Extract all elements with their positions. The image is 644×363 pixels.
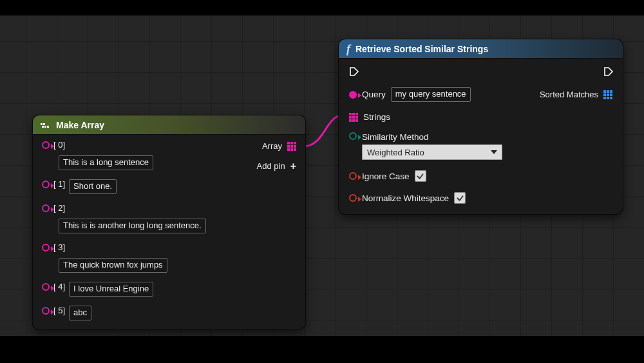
node-header-retrieve[interactable]: f Retrieve Sorted Similar Strings [339, 39, 623, 59]
similarity-label: Similarity Method [362, 132, 502, 142]
input-pin-2[interactable] [42, 204, 50, 212]
node-retrieve-sorted-similar-strings[interactable]: f Retrieve Sorted Similar Strings Query … [339, 39, 623, 214]
index-label: [ 0] [53, 140, 65, 150]
array-entry-2: [ 2] This is is another long long senten… [42, 203, 296, 233]
plus-icon: + [290, 162, 296, 170]
node-title: Retrieve Sorted Similar Strings [355, 44, 488, 54]
string-pin-icon [349, 91, 357, 99]
exec-arrow-icon [349, 66, 358, 77]
bool-pin-icon[interactable] [349, 172, 357, 180]
input-pin-strings[interactable]: Strings [349, 112, 612, 122]
input-ignore-case: Ignore Case [349, 170, 612, 182]
index-label: [ 4] [53, 282, 65, 292]
input-pin-1[interactable] [42, 181, 50, 188]
chevron-down-icon [491, 150, 497, 154]
array-pin-icon [603, 90, 612, 99]
input-pin-4[interactable] [42, 283, 50, 291]
similarity-dropdown[interactable]: Weighted Ratio [362, 144, 502, 160]
index-label: [ 5] [53, 306, 65, 316]
array-entry-4: [ 4] I love Unreal Engine [42, 282, 296, 297]
value-input-2[interactable]: This is is another long long sentence. [59, 219, 206, 233]
add-pin-button[interactable]: Add pin + [257, 161, 296, 171]
output-pin-sorted-matches[interactable]: Sorted Matches [540, 90, 612, 99]
ignore-case-checkbox[interactable] [415, 170, 426, 182]
array-pin-icon [349, 113, 358, 122]
query-input[interactable]: my query sentence [391, 87, 471, 102]
strings-label: Strings [363, 112, 390, 122]
make-array-icon [41, 122, 51, 128]
index-label: [ 2] [53, 203, 65, 213]
node-make-array[interactable]: Make Array Array Add pin + [ 0] [33, 115, 305, 329]
value-input-3[interactable]: The quick brown fox jumps [59, 258, 167, 273]
input-similarity-method: Similarity Method Weighted Ratio [349, 132, 612, 160]
similarity-value: Weighted Ratio [367, 148, 424, 157]
value-input-5[interactable]: abc [69, 306, 91, 320]
index-label: [ 3] [53, 242, 65, 253]
blueprint-canvas[interactable]: Make Array Array Add pin + [ 0] [0, 15, 644, 336]
exec-pin-out[interactable] [603, 66, 612, 77]
value-input-0[interactable]: This is a long sentence [59, 155, 153, 170]
input-normalize-whitespace: Normalize Whitespace [349, 192, 612, 204]
output-pin-label: Array [262, 141, 282, 151]
index-label: [ 1] [53, 179, 65, 190]
output-pin-array[interactable]: Array [262, 141, 296, 151]
value-input-4[interactable]: I love Unreal Engine [69, 282, 153, 297]
query-label: Query [362, 90, 386, 99]
value-input-1[interactable]: Short one. [69, 179, 117, 194]
input-pin-5[interactable] [42, 307, 50, 315]
node-title: Make Array [56, 120, 104, 130]
input-pin-0[interactable] [42, 141, 50, 149]
function-icon: f [346, 44, 350, 54]
normalize-ws-label: Normalize Whitespace [362, 193, 449, 203]
array-entry-5: [ 5] abc [42, 306, 296, 320]
sorted-matches-label: Sorted Matches [540, 90, 598, 99]
ignore-case-label: Ignore Case [362, 172, 410, 181]
exec-arrow-icon [603, 66, 612, 77]
add-pin-label: Add pin [257, 161, 285, 171]
enum-pin-icon[interactable] [349, 132, 357, 140]
array-entry-3: [ 3] The quick brown fox jumps [42, 242, 296, 273]
input-pin-3[interactable] [42, 244, 50, 251]
bool-pin-icon[interactable] [349, 194, 357, 202]
array-entry-1: [ 1] Short one. [42, 179, 296, 194]
node-header-make-array[interactable]: Make Array [33, 115, 305, 135]
normalize-ws-checkbox[interactable] [454, 192, 466, 204]
array-pin-icon [287, 142, 296, 151]
